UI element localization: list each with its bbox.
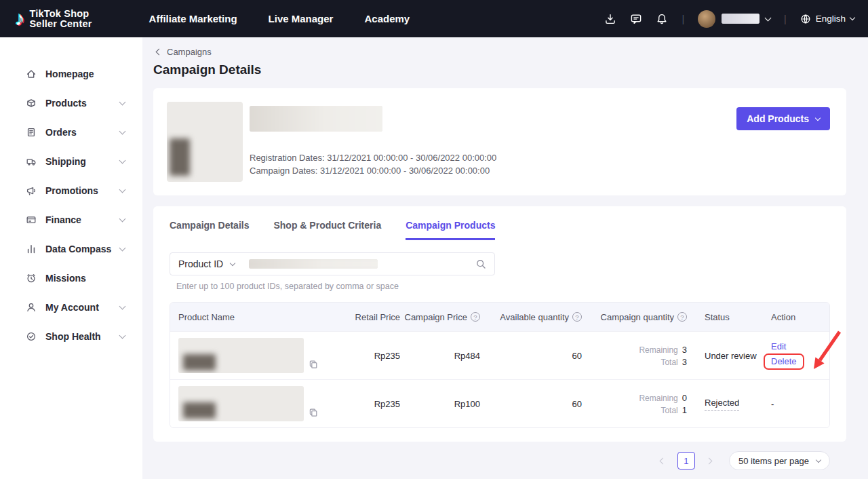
add-products-button[interactable]: Add Products — [736, 107, 830, 130]
sidebar-item-shop-health[interactable]: Shop Health — [0, 322, 142, 351]
next-page-button[interactable] — [701, 452, 718, 470]
tab-campaign-products[interactable]: Campaign Products — [406, 220, 495, 240]
copy-icon[interactable] — [309, 408, 318, 417]
chevron-down-icon — [230, 260, 235, 265]
sidebar-item-products[interactable]: Products — [0, 88, 142, 117]
sidebar-item-label: Data Compass — [45, 244, 111, 254]
campaign-quantity-cell: Remaining3 Total3 — [582, 345, 687, 367]
total-value: 1 — [682, 405, 687, 415]
home-icon — [26, 69, 37, 79]
help-icon[interactable]: ? — [572, 312, 582, 322]
chevron-down-icon — [119, 215, 126, 222]
tab-campaign-details[interactable]: Campaign Details — [170, 220, 249, 240]
sidebar-item-label: Promotions — [45, 185, 98, 196]
sidebar-item-promotions[interactable]: Promotions — [0, 176, 142, 205]
table-row: Rp235 Rp100 60 Remaining0 Total1 Rejecte… — [170, 379, 829, 427]
divider: | — [784, 14, 787, 24]
sidebar-item-shipping[interactable]: Shipping — [0, 147, 142, 176]
page-title: Campaign Details — [153, 62, 846, 77]
notifications-bell-icon[interactable] — [656, 13, 668, 25]
col-header-status: Status — [687, 312, 759, 322]
language-selector[interactable]: English — [800, 14, 854, 24]
chevron-left-icon — [660, 457, 667, 464]
sidebar-item-missions[interactable]: Missions — [0, 263, 142, 292]
person-icon — [26, 302, 37, 313]
product-search-bar[interactable]: Product ID — [170, 252, 495, 275]
col-header-label: Campaign Price — [405, 312, 468, 322]
col-header-label: Campaign quantity — [601, 312, 674, 322]
action-cell: Edit Delete — [759, 341, 829, 370]
sidebar-item-label: Shop Health — [45, 331, 101, 342]
search-hint: Enter up to 100 product IDs, separated b… — [170, 282, 830, 291]
sidebar-item-data-compass[interactable]: Data Compass — [0, 234, 142, 263]
sidebar-item-finance[interactable]: Finance — [0, 205, 142, 234]
campaign-quantity-cell: Remaining0 Total1 — [582, 393, 687, 415]
col-header-campaign-price: Campaign Price ? — [400, 312, 480, 322]
nav-academy[interactable]: Academy — [364, 13, 410, 24]
breadcrumb-label: Campaigns — [167, 47, 212, 57]
col-header-retail-price: Retail Price — [339, 312, 400, 322]
prev-page-button[interactable] — [654, 452, 672, 470]
search-input-redacted[interactable] — [249, 259, 378, 269]
col-header-available-quantity: Available quantity ? — [480, 312, 582, 322]
sidebar-item-label: Products — [45, 98, 87, 109]
tiktok-shop-logo[interactable]: ♪ TikTok Shop Seller Center — [15, 9, 92, 29]
product-name-redacted — [178, 386, 304, 421]
products-table: Product Name Retail Price Campaign Price… — [170, 302, 830, 428]
page-size-select[interactable]: 50 items per page — [729, 451, 830, 470]
col-header-label: Available quantity — [500, 312, 569, 322]
sidebar-item-label: Missions — [45, 273, 86, 284]
clock-icon — [26, 273, 37, 284]
search-filter-select[interactable]: Product ID — [178, 258, 249, 269]
campaign-products-card: Campaign Details Shop & Product Criteria… — [153, 206, 846, 442]
remaining-value: 0 — [682, 393, 687, 403]
download-icon[interactable] — [604, 13, 616, 25]
check-badge-icon — [26, 331, 37, 342]
chevron-down-icon — [119, 332, 126, 339]
messages-icon[interactable] — [630, 13, 642, 25]
total-value: 3 — [682, 357, 687, 367]
add-products-label: Add Products — [747, 113, 809, 124]
language-label: English — [816, 14, 846, 24]
help-icon[interactable]: ? — [677, 312, 687, 322]
retail-price: Rp235 — [339, 351, 400, 361]
sidebar-item-orders[interactable]: Orders — [0, 117, 142, 147]
chevron-down-icon — [119, 157, 126, 164]
col-header-product-name: Product Name — [170, 312, 339, 322]
sidebar-item-homepage[interactable]: Homepage — [0, 59, 142, 88]
chevron-down-icon — [816, 457, 821, 462]
col-header-action: Action — [759, 312, 829, 322]
action-cell: - — [759, 399, 829, 409]
products-box-icon — [26, 98, 37, 109]
delete-link[interactable]: Delete — [771, 356, 797, 366]
campaign-price: Rp484 — [400, 351, 480, 361]
campaign-dates: Campaign Dates: 31/12/2021 00:00:00 - 30… — [250, 164, 496, 177]
sidebar-item-label: Shipping — [45, 156, 86, 167]
page-1-button[interactable]: 1 — [677, 452, 695, 470]
account-menu[interactable] — [698, 10, 770, 28]
logo-line-1: TikTok Shop — [30, 9, 92, 19]
bar-chart-icon — [26, 244, 37, 254]
search-filter-label: Product ID — [178, 258, 223, 269]
sidebar-item-label: Orders — [45, 127, 77, 138]
status-cell: Under review — [687, 349, 759, 362]
sidebar-item-my-account[interactable]: My Account — [0, 292, 142, 322]
sidebar: Homepage Products Orders Shipping Promot… — [0, 37, 142, 479]
chevron-down-icon — [119, 98, 126, 105]
nav-live-manager[interactable]: Live Manager — [269, 13, 334, 24]
nav-affiliate-marketing[interactable]: Affiliate Marketing — [149, 13, 237, 24]
chevron-down-icon — [119, 303, 126, 309]
orders-list-icon — [26, 127, 37, 138]
search-icon[interactable] — [475, 258, 486, 269]
edit-link[interactable]: Edit — [771, 341, 786, 351]
campaign-image-redacted — [167, 102, 243, 182]
copy-icon[interactable] — [309, 360, 318, 369]
logo-line-2: Seller Center — [30, 19, 92, 29]
help-icon[interactable]: ? — [471, 312, 480, 322]
product-name-redacted — [178, 338, 304, 373]
pagination: 1 50 items per page — [153, 451, 846, 470]
breadcrumb-campaigns[interactable]: Campaigns — [153, 47, 212, 57]
logo-text: TikTok Shop Seller Center — [30, 9, 92, 29]
tab-shop-product-criteria[interactable]: Shop & Product Criteria — [273, 220, 381, 240]
chevron-down-icon — [850, 15, 855, 20]
